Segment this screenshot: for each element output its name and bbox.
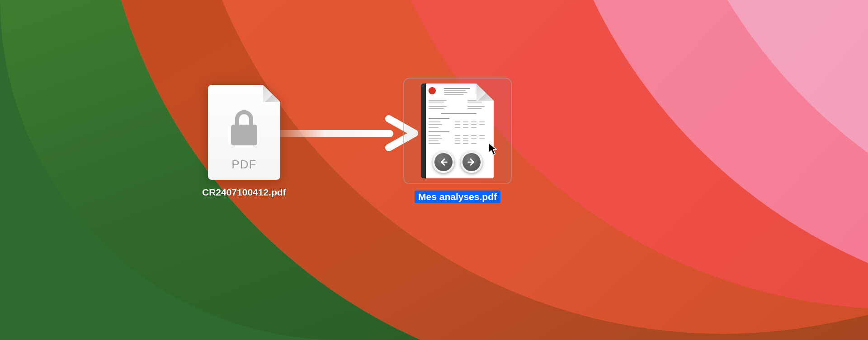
pdf-file-icon: PDF — [208, 85, 280, 180]
file-label[interactable]: Mes analyses.pdf — [415, 191, 500, 203]
arrow-right-icon — [467, 157, 476, 167]
page-navigation — [433, 151, 482, 173]
desktop-file-thumbnail[interactable]: Mes analyses.pdf — [403, 78, 512, 203]
arrow-left-icon — [439, 157, 448, 167]
desktop-file-locked-pdf[interactable]: PDF CR2407100412.pdf — [198, 85, 290, 199]
selection-highlight — [403, 78, 512, 184]
next-page-button[interactable] — [461, 151, 482, 173]
file-label[interactable]: CR2407100412.pdf — [198, 186, 290, 199]
pdf-badge-text: PDF — [208, 158, 280, 172]
pdf-thumbnail — [421, 84, 494, 178]
document-logo-icon — [429, 87, 436, 94]
prev-page-button[interactable] — [433, 151, 454, 173]
lock-icon — [229, 110, 259, 145]
